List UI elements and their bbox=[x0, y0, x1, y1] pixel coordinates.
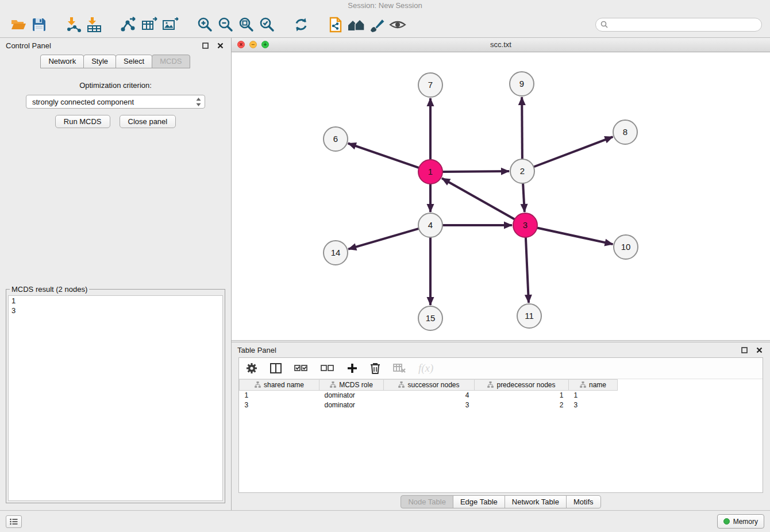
graph-edge-3-11[interactable] bbox=[526, 237, 529, 303]
svg-text:6: 6 bbox=[333, 134, 338, 144]
table-float-button[interactable] bbox=[739, 345, 749, 355]
style-brush-button[interactable] bbox=[367, 15, 387, 34]
graph-edge-4-14[interactable] bbox=[348, 229, 419, 249]
network-titlebar: × − + scc.txt bbox=[232, 38, 770, 52]
zoom-fit-button[interactable] bbox=[236, 15, 256, 34]
memory-button[interactable]: Memory bbox=[717, 514, 764, 529]
column-header-name[interactable]: name bbox=[569, 380, 618, 391]
save-session-button[interactable] bbox=[29, 15, 49, 34]
graph-node-10[interactable]: 10 bbox=[614, 235, 638, 259]
column-header-successor-nodes[interactable]: successor nodes bbox=[384, 380, 475, 391]
zoom-in-button[interactable] bbox=[194, 15, 215, 34]
column-header-MCDS-role[interactable]: MCDS role bbox=[319, 380, 384, 391]
export-image-button[interactable] bbox=[160, 15, 180, 34]
table-row[interactable]: 3dominator323 bbox=[240, 400, 618, 410]
import-network-icon bbox=[65, 17, 82, 33]
delete-table-button[interactable] bbox=[393, 363, 406, 373]
column-header-shared-name[interactable]: shared name bbox=[240, 380, 319, 391]
graph-edge-2-8[interactable] bbox=[534, 137, 613, 167]
optimization-select[interactable]: strongly connected component bbox=[26, 95, 205, 109]
folder-open-icon bbox=[10, 17, 26, 32]
export-image-icon bbox=[161, 17, 179, 33]
optimization-select-value: strongly connected component bbox=[26, 98, 192, 106]
float-panel-button[interactable] bbox=[200, 40, 210, 51]
graph-edge-2-3[interactable] bbox=[523, 183, 525, 212]
svg-text:3: 3 bbox=[523, 220, 528, 230]
network-graph: 7968124314101511 bbox=[232, 52, 769, 340]
table-header-row: shared nameMCDS rolesuccessor nodesprede… bbox=[240, 380, 618, 391]
zoom-selected-button[interactable] bbox=[256, 15, 277, 34]
home-button[interactable] bbox=[346, 15, 367, 34]
toolbar-search[interactable] bbox=[595, 18, 762, 32]
home-icon bbox=[347, 17, 365, 32]
network-canvas[interactable]: 7968124314101511 bbox=[232, 52, 770, 340]
graph-node-1[interactable]: 1 bbox=[418, 160, 442, 184]
table-tab-node-table[interactable]: Node Table bbox=[401, 495, 453, 508]
export-table-button[interactable] bbox=[139, 15, 160, 34]
select-all-button[interactable] bbox=[294, 363, 308, 373]
column-tree-icon bbox=[330, 381, 336, 388]
column-settings-button[interactable] bbox=[246, 363, 257, 374]
float-window-icon bbox=[741, 347, 748, 353]
refresh-layout-button[interactable] bbox=[291, 15, 311, 34]
search-input[interactable] bbox=[611, 20, 757, 29]
window-close-button[interactable]: × bbox=[237, 41, 245, 48]
table-row[interactable]: 1dominator411 bbox=[240, 391, 618, 400]
graph-edge-1-6[interactable] bbox=[348, 144, 419, 168]
table-tab-motifs[interactable]: Motifs bbox=[566, 495, 601, 508]
mcds-result-title: MCDS result (2 nodes) bbox=[10, 285, 89, 294]
close-panel-button[interactable] bbox=[215, 40, 225, 51]
close-panel-action-button[interactable]: Close panel bbox=[120, 115, 176, 128]
graph-node-7[interactable]: 7 bbox=[418, 73, 442, 97]
graph-node-9[interactable]: 9 bbox=[510, 72, 534, 96]
graph-edge-3-1[interactable] bbox=[442, 178, 515, 219]
add-row-button[interactable] bbox=[347, 363, 357, 373]
toggle-visibility-button[interactable] bbox=[387, 15, 408, 34]
search-icon bbox=[600, 21, 608, 28]
table-panel-title: Table Panel bbox=[237, 346, 276, 354]
control-tab-mcds[interactable]: MCDS bbox=[152, 55, 190, 68]
window-minimize-button[interactable]: − bbox=[249, 41, 257, 48]
graph-edge-3-10[interactable] bbox=[537, 228, 613, 245]
export-network-button[interactable] bbox=[118, 15, 139, 34]
close-icon bbox=[217, 43, 224, 49]
column-header-predecessor-nodes[interactable]: predecessor nodes bbox=[475, 380, 569, 391]
control-tab-style[interactable]: Style bbox=[83, 55, 116, 68]
svg-text:15: 15 bbox=[426, 313, 436, 323]
table-close-button[interactable] bbox=[754, 345, 764, 355]
table-tab-network-table[interactable]: Network Table bbox=[505, 495, 567, 508]
graph-edge-1-2[interactable] bbox=[442, 171, 509, 172]
graph-node-4[interactable]: 4 bbox=[418, 213, 442, 237]
table-tab-edge-table[interactable]: Edge Table bbox=[453, 495, 505, 508]
paint-brush-icon bbox=[369, 17, 385, 32]
open-session-button[interactable] bbox=[8, 15, 29, 34]
toggle-panel-button[interactable] bbox=[270, 363, 282, 373]
zoom-out-icon bbox=[217, 17, 233, 33]
graph-node-6[interactable]: 6 bbox=[324, 127, 348, 151]
dropdown-stepper-icon bbox=[196, 98, 201, 106]
control-tab-network[interactable]: Network bbox=[40, 55, 84, 68]
run-mcds-button[interactable]: Run MCDS bbox=[55, 115, 110, 128]
deselect-all-button[interactable] bbox=[321, 363, 334, 373]
graph-node-8[interactable]: 8 bbox=[613, 120, 637, 144]
graph-node-11[interactable]: 11 bbox=[517, 304, 541, 328]
zoom-out-button[interactable] bbox=[215, 15, 236, 34]
window-zoom-button[interactable]: + bbox=[261, 41, 269, 48]
graph-node-14[interactable]: 14 bbox=[324, 241, 348, 265]
mcds-panel: Optimization criterion: strongly connect… bbox=[0, 68, 231, 510]
gear-icon bbox=[246, 363, 257, 374]
apply-function-button[interactable]: f(x) bbox=[418, 362, 433, 375]
task-history-button[interactable] bbox=[6, 515, 22, 528]
graph-node-2[interactable]: 2 bbox=[510, 159, 534, 183]
delete-row-button[interactable] bbox=[370, 363, 380, 374]
graph-edge-2-9[interactable] bbox=[522, 97, 522, 159]
graph-node-15[interactable]: 15 bbox=[418, 306, 442, 330]
import-table-button[interactable] bbox=[84, 15, 105, 34]
control-panel-title: Control Panel bbox=[6, 41, 51, 50]
mcds-result-list: 13 bbox=[8, 295, 223, 501]
graph-node-3[interactable]: 3 bbox=[513, 213, 537, 237]
svg-text:7: 7 bbox=[428, 80, 433, 90]
import-network-button[interactable] bbox=[63, 15, 84, 34]
control-tab-select[interactable]: Select bbox=[116, 55, 152, 68]
export-document-button[interactable] bbox=[325, 15, 346, 34]
